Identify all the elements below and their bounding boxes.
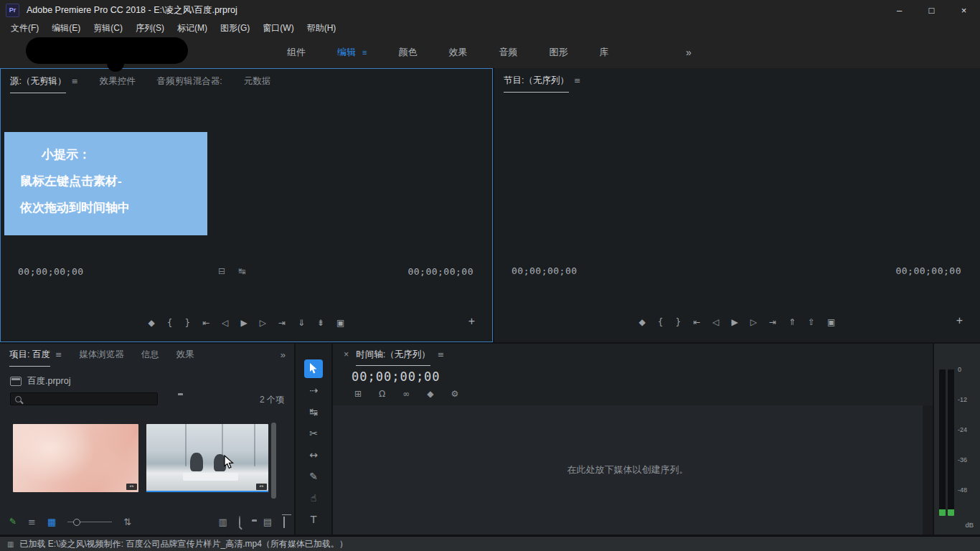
mark-out-button[interactable]: } [184,318,190,328]
workspace-audio[interactable]: 音频 [499,46,517,59]
hand-tool-button[interactable]: ☝ [304,489,323,507]
minimize-button[interactable]: – [883,0,915,20]
play-button[interactable]: ▶ [731,317,738,327]
play-button[interactable]: ▶ [240,318,247,328]
project-tabs-overflow-button[interactable]: » [281,349,286,360]
workspace-editing[interactable]: 编辑 ≡ [337,46,367,59]
go-to-out-button[interactable]: ⇥ [769,317,776,327]
project-search-box[interactable] [10,392,158,405]
tab-effect-controls[interactable]: 效果控件 [100,69,136,93]
panel-menu-icon[interactable]: ≡ [71,77,77,86]
add-marker-button[interactable]: ◆ [427,389,433,399]
project-writable-icon[interactable]: ✎ [9,517,17,527]
list-view-button[interactable]: ≡ [28,517,36,527]
menu-window[interactable]: 窗口(W) [256,22,300,34]
panel-menu-icon[interactable]: ≡ [438,350,444,359]
menu-file[interactable]: 文件(F) [4,22,45,34]
tab-info[interactable]: 信息 [141,342,159,367]
step-back-button[interactable]: ◁ [222,318,228,328]
tab-audio-clip-mixer[interactable]: 音频剪辑混合器: [157,69,222,93]
clear-button[interactable] [283,517,285,527]
tab-program[interactable]: 节目:（无序列） ≡ [504,68,580,93]
tab-media-browser[interactable]: 媒体浏览器 [79,342,124,367]
thumbnail-zoom-slider[interactable] [67,517,112,527]
sort-icons-button[interactable]: ⇅ [123,517,131,527]
lift-button[interactable]: ⇑ [788,317,796,327]
clip-thumbnail-1[interactable]: ↔ [13,424,138,492]
menu-sequence[interactable]: 序列(S) [129,22,171,34]
workspace-overflow-button[interactable]: » [686,47,692,58]
button-editor-button[interactable]: + [956,315,963,326]
filmstrip-drag-icon[interactable]: ↔ [256,484,267,490]
export-frame-button[interactable]: ▣ [827,317,835,327]
snap-button[interactable]: Ω [379,389,385,399]
tab-timeline[interactable]: 时间轴:（无序列） [356,343,430,366]
timeline-timecode[interactable]: 00;00;00;00 [352,369,440,384]
workspace-menu-icon[interactable]: ≡ [362,48,367,57]
project-root-item[interactable]: 百度.prproj [10,375,70,387]
type-tool-button[interactable]: T [304,510,323,529]
workspace-effects[interactable]: 效果 [448,46,467,59]
timeline-vertical-scrollbar[interactable] [923,405,933,534]
clip-thumbnail-2[interactable]: ↔ [146,424,268,492]
menu-clip[interactable]: 剪辑(C) [87,22,129,34]
timeline-settings-button[interactable]: ⚙ [451,389,458,399]
ripple-edit-tool-button[interactable]: ↹ [304,402,323,421]
nest-toggle-button[interactable]: ⊞ [354,389,362,399]
mark-in-button[interactable]: { [167,318,173,328]
pen-tool-button[interactable]: ✎ [304,467,323,486]
source-position-timecode[interactable]: 00;00;00;00 [18,266,84,277]
step-forward-button[interactable]: ▷ [750,317,757,327]
panel-menu-icon[interactable]: ≡ [55,350,62,359]
mark-in-button[interactable]: { [658,317,664,327]
menu-edit[interactable]: 编辑(E) [45,22,87,34]
thumbnail-scrub-bar[interactable] [146,491,268,492]
mark-out-button[interactable]: } [675,317,681,327]
selection-tool-button[interactable] [304,359,323,378]
razor-tool-button[interactable]: ✂ [304,424,323,443]
linked-selection-button[interactable]: ∞ [402,389,410,399]
automate-to-sequence-button[interactable]: ▥ [218,517,227,527]
go-to-out-button[interactable]: ⇥ [278,318,286,328]
export-frame-button[interactable]: ▣ [336,318,344,328]
menu-help[interactable]: 帮助(H) [301,22,343,34]
panel-menu-icon[interactable]: ≡ [574,76,580,85]
workspace-assembly[interactable]: 组件 [287,46,306,59]
overwrite-button[interactable]: ⇟ [317,318,324,328]
tab-effects[interactable]: 效果 [176,342,194,367]
program-position-timecode[interactable]: 00;00;00;00 [512,265,578,276]
search-input[interactable] [26,393,157,405]
zoom-select-icon[interactable]: ⊟ [218,266,225,276]
workspace-libraries[interactable]: 库 [599,46,608,59]
go-to-in-button[interactable]: ⇤ [202,318,209,328]
tab-source[interactable]: 源:（无剪辑） ≡ [10,69,78,93]
workspace-graphics[interactable]: 图形 [549,46,567,59]
insert-button[interactable]: ⇓ [298,318,305,328]
step-forward-button[interactable]: ▷ [260,318,266,328]
close-panel-icon[interactable]: × [344,349,349,359]
find-button[interactable] [239,517,240,527]
fit-icon[interactable]: ↹ [238,266,245,276]
slider-knob[interactable] [73,519,80,526]
new-item-button[interactable]: ▤ [263,517,272,527]
add-marker-button[interactable]: ◆ [639,317,646,327]
maximize-button[interactable]: □ [915,0,948,20]
icon-view-button[interactable]: ▦ [47,517,56,527]
button-editor-button[interactable]: + [468,316,475,327]
source-monitor-panel: 源:（无剪辑） ≡ 效果控件 音频剪辑混合器: 元数据 小提示： 鼠标左键点击素… [0,68,493,342]
filmstrip-drag-icon[interactable]: ↔ [126,484,137,490]
go-to-in-button[interactable]: ⇤ [693,317,700,327]
close-button[interactable]: × [948,0,980,20]
timeline-drop-zone[interactable]: 在此处放下媒体以创建序列。 [333,405,923,534]
menu-marker[interactable]: 标记(M) [171,22,214,34]
project-scrollbar[interactable] [271,423,276,499]
tab-metadata[interactable]: 元数据 [244,69,271,93]
workspace-color[interactable]: 颜色 [398,46,417,59]
menu-graphics[interactable]: 图形(G) [214,22,256,34]
slip-tool-button[interactable]: ↔ [304,446,323,464]
add-marker-button[interactable]: ◆ [149,318,155,328]
step-back-button[interactable]: ◁ [712,317,719,327]
extract-button[interactable]: ⇧ [808,317,815,327]
track-select-forward-tool-button[interactable]: ⇢ [304,381,323,400]
tab-project[interactable]: 项目: 百度 ≡ [9,342,62,367]
